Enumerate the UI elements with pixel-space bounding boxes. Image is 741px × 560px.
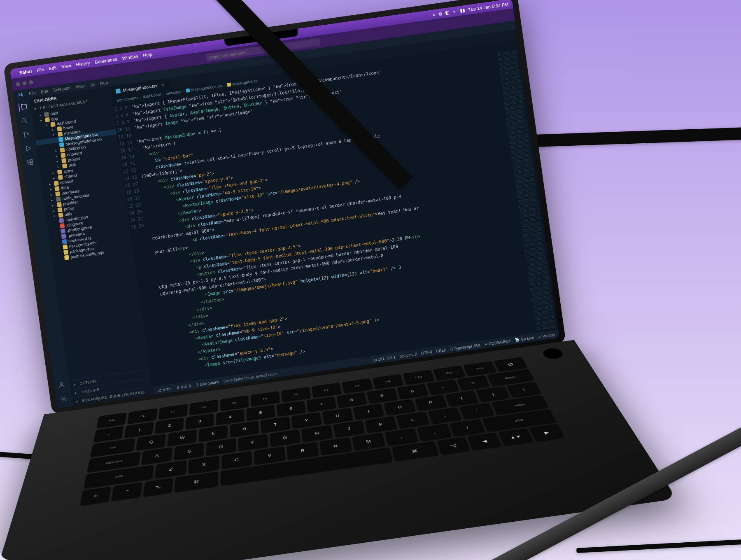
keyboard-key[interactable]: ▲▼ <box>499 428 533 446</box>
vscode-menu-item[interactable]: Run <box>100 80 108 86</box>
keyboard-key[interactable]: ◀ <box>468 432 501 450</box>
keyboard-key[interactable]: \ <box>507 382 541 397</box>
source-control-activity-icon[interactable] <box>22 130 32 140</box>
keyboard-key[interactable]: C <box>221 451 252 469</box>
keyboard-key[interactable]: [ <box>445 390 479 406</box>
keyboard-key[interactable]: / <box>450 419 485 436</box>
menubar-icon[interactable]: ⧉ <box>438 11 442 16</box>
search-activity-icon[interactable] <box>20 117 30 126</box>
indentation-status[interactable]: Spaces: 2 <box>399 351 417 358</box>
keyboard-key[interactable]: S <box>174 443 204 460</box>
keyboard-key[interactable]: ; <box>428 407 462 424</box>
keyboard-key[interactable]: ⌃ <box>112 482 142 501</box>
keyboard-key[interactable]: ] <box>476 386 510 402</box>
keyboard-key[interactable]: ⌥ <box>143 478 173 497</box>
keyboard-key[interactable]: B <box>287 442 319 460</box>
vscode-menu-item[interactable]: File <box>28 90 36 96</box>
mac-menu-item[interactable]: History <box>76 61 91 68</box>
keyboard-key[interactable]: R <box>230 421 259 437</box>
keyboard-key[interactable]: F4 <box>220 395 249 411</box>
keyboard-key[interactable]: P <box>415 395 447 411</box>
mac-menu-item[interactable]: Edit <box>49 65 57 71</box>
battery-icon[interactable]: ▮▮ <box>460 7 466 14</box>
keyboard-key[interactable]: L <box>396 412 429 429</box>
keyboard-key[interactable]: I <box>353 404 384 420</box>
accounts-activity-icon[interactable] <box>57 380 67 390</box>
window-traffic-lights[interactable] <box>16 80 33 86</box>
keyboard-key[interactable]: F11 <box>433 366 466 380</box>
vscode-menu-item[interactable]: Go <box>89 82 96 87</box>
keyboard-key[interactable]: K <box>365 416 397 433</box>
keyboard-key[interactable]: G <box>270 429 301 447</box>
menubar-icon[interactable]: ⎈ <box>432 12 436 17</box>
keyboard-key[interactable]: , <box>384 428 418 446</box>
keyboard-key[interactable]: 6 <box>277 401 306 416</box>
git-branch-status[interactable]: ⎇ main <box>157 386 172 392</box>
keyboard-key[interactable]: X <box>188 456 219 474</box>
menubar-icon[interactable]: ◧ <box>445 10 450 16</box>
problems-status[interactable]: ⊘ 0 ⚠ 0 <box>176 383 191 390</box>
prettier-status[interactable]: ✓ Prettier <box>538 332 555 339</box>
close-tab-icon[interactable]: × <box>161 82 164 87</box>
keyboard-key[interactable]: Q <box>136 434 166 450</box>
keyboard-key[interactable]: ' <box>460 403 494 419</box>
keyboard-key[interactable]: H <box>301 425 333 442</box>
encoding-status[interactable]: UTF-8 <box>421 349 432 355</box>
keyboard-key[interactable]: F6 <box>281 387 311 402</box>
keyboard-key[interactable]: Y <box>292 412 322 429</box>
keyboard-key[interactable]: A <box>142 447 172 465</box>
svg-rect-4 <box>28 160 30 162</box>
breadcrumb-item[interactable]: message <box>165 89 182 96</box>
go-live-status[interactable]: 📡 Go Live <box>515 335 534 342</box>
keyboard-key[interactable]: - <box>427 380 459 395</box>
keyboard-key[interactable]: T <box>261 416 290 433</box>
vscode-menu-item[interactable]: Edit <box>40 88 49 94</box>
keyboard-key[interactable]: F5 <box>251 391 280 406</box>
keyboard-key[interactable]: F <box>238 434 268 451</box>
mac-menu-item[interactable]: Window <box>122 54 138 61</box>
keyboard-key[interactable]: F8 <box>342 378 373 394</box>
vscode-menu-item[interactable]: Selection <box>53 85 71 93</box>
mac-menu-item[interactable]: File <box>36 67 44 72</box>
keyboard-key[interactable]: = <box>457 375 489 390</box>
power-button[interactable] <box>541 347 565 360</box>
keyboard-key[interactable]: 8 <box>337 392 367 408</box>
keyboard-key[interactable]: 3 <box>186 413 214 429</box>
keyboard-key[interactable]: ▶ <box>529 424 565 441</box>
keyboard-key[interactable]: U <box>322 408 353 424</box>
eol-status[interactable]: CRLF <box>436 348 446 353</box>
liveshare-status[interactable]: ⇪ Live Share <box>196 379 219 387</box>
mac-menu-item[interactable]: Help <box>143 51 153 58</box>
keyboard-key[interactable]: N <box>319 437 352 455</box>
svg-point-9 <box>63 398 65 400</box>
keyboard-key[interactable]: W <box>168 429 197 446</box>
keyboard-key[interactable]: Z <box>155 460 186 478</box>
wifi-icon[interactable]: ᯤ <box>452 9 457 14</box>
mac-menu-item[interactable]: Bookmarks <box>94 56 117 65</box>
vscode-menu-item[interactable]: View <box>75 83 85 89</box>
explorer-activity-icon[interactable] <box>18 103 28 112</box>
keyboard-key[interactable]: 4 <box>216 409 244 425</box>
keyboard-key[interactable]: 5 <box>247 405 275 421</box>
keyboard-key[interactable]: 7 <box>307 397 336 412</box>
run-debug-activity-icon[interactable] <box>24 144 34 154</box>
keyboard-key[interactable]: 1 <box>124 422 154 438</box>
keyboard-key[interactable]: ⏻ <box>494 357 528 372</box>
app-name-menu[interactable]: Safari <box>19 69 32 75</box>
keyboard-key[interactable]: 9 <box>367 388 398 404</box>
keyboard-key[interactable]: O <box>384 399 416 415</box>
keyboard-key[interactable]: E <box>199 425 228 442</box>
keyboard-key[interactable]: 2 <box>155 418 184 434</box>
mac-menu-item[interactable]: View <box>61 63 71 69</box>
keyboard-key[interactable]: ⌥ <box>437 437 470 455</box>
keyboard-key[interactable]: M <box>352 433 385 450</box>
keyboard-key[interactable]: fn <box>80 487 111 506</box>
keyboard-key[interactable]: . <box>417 424 452 441</box>
keyboard-key[interactable]: 0 <box>397 384 428 399</box>
extensions-activity-icon[interactable] <box>26 158 35 168</box>
keyboard-key[interactable]: D <box>206 438 236 455</box>
keyboard-key[interactable]: J <box>333 420 365 437</box>
cursor-position-status[interactable]: Ln 191, Col 1 <box>372 355 396 362</box>
settings-activity-icon[interactable] <box>59 394 69 404</box>
keyboard-key[interactable]: V <box>254 446 285 464</box>
